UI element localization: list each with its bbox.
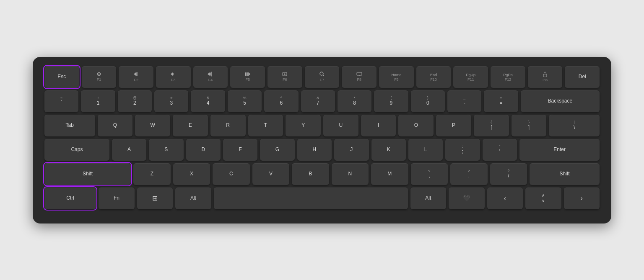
key-f10[interactable]: EndF10 [416, 66, 451, 88]
key-label: N [348, 171, 352, 177]
key-o[interactable]: O [398, 115, 434, 136]
key-x[interactable]: X [173, 163, 210, 185]
key-c[interactable]: C [213, 163, 249, 185]
key-minus[interactable]: _ - [447, 90, 481, 112]
key-4[interactable]: $ 4 [191, 90, 225, 112]
key-label: Esc [57, 74, 66, 80]
key-u[interactable]: U [323, 115, 358, 136]
key-5[interactable]: % 5 [228, 90, 262, 112]
key-period[interactable]: > . [450, 163, 487, 185]
key-l[interactable]: L [408, 139, 443, 161]
key-a[interactable]: A [112, 139, 146, 161]
key-d[interactable]: D [186, 139, 221, 161]
key-f4[interactable]: F4 [193, 66, 228, 88]
key-k[interactable]: K [371, 139, 406, 161]
key-alt-l[interactable]: Alt [175, 188, 211, 209]
key-caps[interactable]: Caps [44, 139, 109, 161]
key-row-bottom-row: CtrlFn⊞AltAlt🖤‹∧∨› [44, 188, 600, 209]
key-s[interactable]: S [149, 139, 183, 161]
key-backtick[interactable]: ~ ` [44, 90, 78, 112]
svg-marker-5 [171, 72, 173, 76]
key-w[interactable]: W [135, 115, 170, 136]
key-backspace[interactable]: Backspace [521, 90, 600, 112]
key-f8[interactable]: F8 [342, 66, 377, 88]
key-1[interactable]: ! 1 [81, 90, 115, 112]
svg-point-16 [320, 72, 323, 75]
key-z[interactable]: Z [133, 163, 170, 185]
key-g[interactable]: G [260, 139, 294, 161]
key-b[interactable]: B [292, 163, 329, 185]
key-esc[interactable]: Esc [44, 66, 79, 88]
key-top-label: * [354, 96, 356, 100]
key-label: I [378, 122, 379, 128]
key-fn[interactable]: Fn [99, 188, 134, 209]
key-del[interactable]: Del [565, 66, 600, 88]
key-fn2[interactable]: 🖤 [449, 188, 484, 209]
key-tab[interactable]: Tab [44, 115, 95, 136]
key-8[interactable]: * 8 [338, 90, 371, 112]
key-label: F1 [97, 78, 101, 82]
key-f3[interactable]: F3 [156, 66, 191, 88]
key-h[interactable]: H [297, 139, 332, 161]
key-m[interactable]: M [371, 163, 408, 185]
svg-marker-13 [249, 73, 250, 75]
key-arrow-left[interactable]: ‹ [487, 188, 523, 209]
fn-icon [207, 72, 214, 78]
key-semicolon[interactable]: : ; [445, 139, 480, 161]
key-label: Caps [71, 146, 83, 152]
key-f1[interactable]: F1 [82, 66, 117, 88]
key-9[interactable]: ( 9 [374, 90, 408, 112]
key-f5[interactable]: F5 [230, 66, 265, 88]
key-3[interactable]: # 3 [154, 90, 188, 112]
key-slash[interactable]: ? / [490, 163, 527, 185]
key-lbracket[interactable]: { [ [474, 115, 509, 136]
key-label: F2 [134, 78, 138, 82]
key-shift-r[interactable]: Shift [530, 163, 600, 185]
key-win[interactable]: ⊞ [137, 188, 173, 209]
key-y[interactable]: Y [286, 115, 321, 136]
key-j[interactable]: J [334, 139, 369, 161]
key-e[interactable]: E [173, 115, 208, 136]
key-shift-l[interactable]: Shift [44, 163, 131, 185]
key-arrow-right[interactable]: › [564, 188, 600, 209]
key-v[interactable]: V [252, 163, 289, 185]
key-top-label: ) [427, 96, 428, 100]
key-f7[interactable]: F7 [305, 66, 340, 88]
key-i[interactable]: I [361, 115, 396, 136]
key-n[interactable]: N [332, 163, 369, 185]
key-label: Shift [83, 171, 93, 177]
key-enter[interactable]: Enter [519, 139, 600, 161]
key-q[interactable]: Q [98, 115, 133, 136]
key-lock[interactable]: Ins [528, 66, 563, 88]
key-6[interactable]: ^ 6 [264, 90, 298, 112]
key-label: E [189, 122, 192, 128]
key-t[interactable]: T [248, 115, 283, 136]
key-7[interactable]: & 7 [301, 90, 335, 112]
key-f2[interactable]: F2 [119, 66, 153, 88]
key-f9[interactable]: HomeF9 [379, 66, 414, 88]
key-rbracket[interactable]: } ] [512, 115, 547, 136]
key-ctrl-l[interactable]: Ctrl [44, 188, 96, 209]
key-quote[interactable]: " ' [483, 139, 517, 161]
key-p[interactable]: P [436, 115, 471, 136]
key-top-label: { [491, 121, 492, 124]
key-alt-r[interactable]: Alt [410, 188, 446, 209]
key-comma[interactable]: < , [411, 163, 448, 185]
key-f6[interactable]: F6 [267, 66, 302, 88]
key-backslash[interactable]: | \ [549, 115, 600, 136]
key-row-qwerty-row: TabQWERTYUIOP { [ } ] | \ [44, 115, 600, 136]
key-space[interactable] [214, 188, 408, 209]
key-f12[interactable]: PgDnF12 [491, 66, 525, 88]
key-top-label: @ [133, 96, 137, 100]
key-0[interactable]: ) 0 [411, 90, 445, 112]
key-row-asdf-row: CapsASDFGHJKL : ; " ' Enter [44, 139, 600, 161]
key-label: F11 [467, 78, 474, 82]
key-f11[interactable]: PgUpF11 [453, 66, 488, 88]
key-main-label: - [464, 100, 465, 106]
key-2[interactable]: @ 2 [118, 90, 152, 112]
key-equals[interactable]: + = [484, 90, 518, 112]
key-f[interactable]: F [223, 139, 257, 161]
key-arrow-updown[interactable]: ∧∨ [525, 188, 561, 209]
key-r[interactable]: R [210, 115, 246, 136]
key-label: Del [579, 74, 586, 80]
